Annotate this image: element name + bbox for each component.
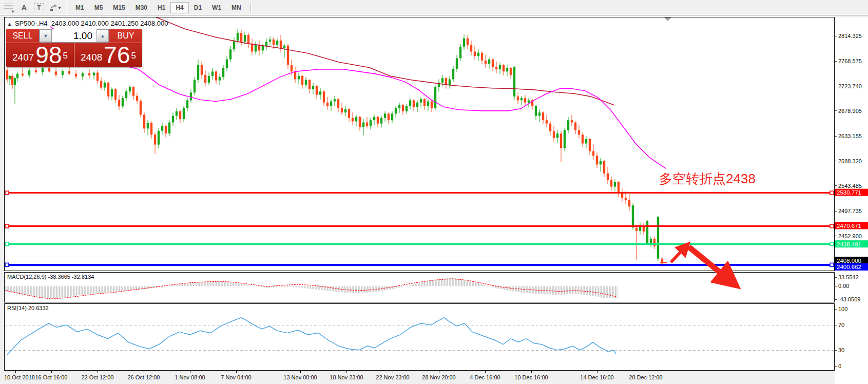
buy-price[interactable]: 2408 76 5: [74, 43, 142, 67]
text-annotation[interactable]: 多空转折点2438: [659, 170, 756, 188]
price-axis-tick: 2723.740: [838, 83, 862, 89]
toolbar-separator: [250, 3, 251, 13]
rsi-axis-tick: 100: [838, 306, 847, 312]
price-axis-tick: 2633.155: [838, 133, 862, 139]
date-axis-tick: 4 Dec 16:00: [470, 374, 500, 380]
date-axis-tick: 26 Oct 12:00: [128, 374, 160, 380]
ohlc-high: 2410.000: [81, 20, 109, 27]
date-axis-tick: 20 Dec 12:00: [629, 374, 662, 380]
date-axis-tick: 28 Nov 20:00: [422, 374, 455, 380]
price-axis-tick: 2452.900: [838, 233, 862, 239]
hline-handle[interactable]: [830, 242, 834, 246]
date-axis-tick: 13 Nov 00:00: [283, 374, 317, 380]
price-axis-tick: 2678.905: [838, 108, 862, 114]
sell-price-sup: 5: [63, 43, 67, 69]
hline-handle[interactable]: [5, 224, 9, 228]
tf-button-H1[interactable]: H1: [152, 2, 170, 13]
rsi-pane: [5, 304, 835, 371]
date-axis-tick: 10 Dec 16:00: [514, 374, 548, 380]
price-label-text: 2400.662: [837, 264, 861, 270]
date-axis-tick: 22 Oct 12:00: [82, 374, 114, 380]
volume-input[interactable]: 1.00: [52, 29, 97, 42]
macd-axis-tick: 33.5542: [838, 274, 859, 280]
date-axis-tick: 10 Oct 2018: [4, 374, 35, 380]
price-axis-tick: 2497.735: [838, 208, 862, 214]
rsi-axis-tick: 0: [838, 363, 841, 369]
date-axis-tick: 7 Nov 04:00: [221, 374, 251, 380]
price-label-text: 2470.671: [837, 223, 861, 229]
tf-button-MN[interactable]: MN: [226, 2, 246, 13]
text-box-icon[interactable]: T: [34, 3, 44, 12]
one-click-trading-panel: SELL ▼ 1.00 ▲ BUY 2407 98 5 2408 76 5: [6, 29, 142, 67]
buy-price-small: 2408: [81, 50, 102, 65]
hline-handle[interactable]: [830, 263, 834, 266]
macd-indicator-label: MACD(12,26,9) -38.3665 -32.8134: [7, 274, 94, 280]
ohlc-close: 2408.000: [140, 20, 168, 27]
date-axis-tick: 18 Nov 23:00: [330, 374, 363, 380]
mt4-window: F A T ▾ M1M5M15M30H1H4D1W1MN 2530.771247…: [0, 0, 868, 384]
axis-strip: [835, 17, 868, 384]
ohlc-low: 2401.250: [110, 20, 138, 27]
tf-button-H4[interactable]: H4: [170, 2, 188, 13]
last-price-dash: [660, 262, 667, 263]
buy-button[interactable]: BUY: [109, 29, 142, 43]
double-arrow-icon: [49, 4, 57, 11]
price-axis-tick: 2588.320: [838, 158, 862, 164]
volume-increase-button[interactable]: ▲: [97, 29, 109, 42]
rsi-indicator-label: RSI(14) 20.6332: [7, 305, 49, 311]
symbol-name: SP500-,H4: [15, 20, 48, 27]
arrange-objects-icon[interactable]: ▾: [48, 2, 62, 13]
price-label-text: 2408.000: [837, 258, 861, 264]
rsi-axis-tick: 70: [838, 322, 844, 328]
dropdown-caret-icon[interactable]: ▾: [59, 5, 61, 10]
price-axis-tick: 2814.325: [838, 33, 862, 39]
price-axis-tick: 2768.575: [838, 58, 862, 64]
rsi-axis-tick: 30: [838, 347, 844, 353]
tf-button-M5[interactable]: M5: [89, 2, 108, 13]
tf-button-M30[interactable]: M30: [130, 2, 152, 13]
text-label-icon[interactable]: A: [18, 2, 30, 13]
timeframe-group: M1M5M15M30H1H4D1W1MN: [70, 2, 246, 13]
hline-handle[interactable]: [830, 191, 834, 195]
date-axis-tick: 1 Nov 08:00: [175, 374, 205, 380]
price-label-text: 2438.491: [837, 241, 861, 247]
macd-axis-tick: -43.0509: [838, 296, 860, 302]
sell-price[interactable]: 2407 98 5: [6, 43, 74, 67]
price-axis-tick: 2543.485: [838, 183, 862, 189]
sell-price-big: 98: [35, 45, 62, 65]
toolbar: F A T ▾ M1M5M15M30H1H4D1W1MN: [0, 0, 868, 15]
date-axis-tick: 16 Oct 16:00: [35, 374, 68, 380]
symbol-marker-icon: ▲: [7, 22, 12, 27]
hline-handle[interactable]: [5, 242, 9, 246]
ohlc-open: 2403.000: [51, 20, 79, 27]
volume-stepper: ▼ 1.00 ▲: [39, 29, 109, 43]
sell-price-small: 2407: [12, 50, 34, 65]
macd-axis-tick: 0.00: [838, 283, 849, 289]
tf-button-W1[interactable]: W1: [207, 2, 226, 13]
tf-button-M1[interactable]: M1: [70, 2, 89, 13]
sell-button[interactable]: SELL: [6, 29, 39, 43]
date-axis-tick: 14 Dec 16:00: [580, 374, 613, 380]
indicators-grid-icon[interactable]: F: [3, 3, 14, 12]
hline-handle[interactable]: [5, 191, 9, 195]
hline-handle[interactable]: [830, 224, 834, 228]
hline-handle[interactable]: [5, 263, 9, 266]
buy-price-big: 76: [104, 45, 130, 65]
toolbar-separator: [66, 3, 66, 13]
volume-decrease-button[interactable]: ▼: [40, 29, 52, 42]
tf-button-M15[interactable]: M15: [108, 2, 130, 13]
price-label-text: 2530.771: [837, 189, 861, 196]
tf-button-D1[interactable]: D1: [189, 2, 207, 13]
chart-title: ▲SP500-,H4 2403.000 2410.000 2401.250 24…: [7, 20, 168, 27]
date-axis-tick: 22 Nov 23:00: [376, 374, 409, 380]
buy-price-sup: 5: [131, 43, 136, 69]
